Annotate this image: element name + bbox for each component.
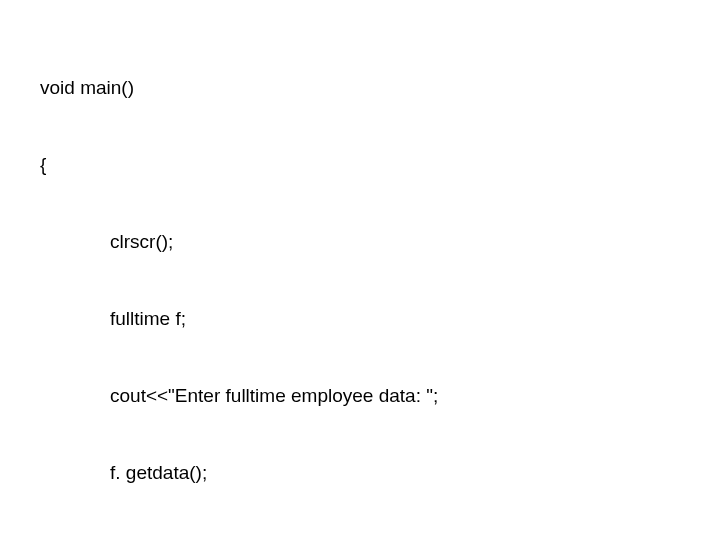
code-line: f. getdata(); bbox=[40, 460, 720, 486]
slide: void main() { clrscr(); fulltime f; cout… bbox=[0, 0, 720, 540]
code-line: { bbox=[40, 152, 720, 178]
code-line: cout<<"Enter fulltime employee data: "; bbox=[40, 383, 720, 409]
code-line: clrscr(); bbox=[40, 229, 720, 255]
code-line: void main() bbox=[40, 75, 720, 101]
code-line: fulltime f; bbox=[40, 306, 720, 332]
code-block: void main() { clrscr(); fulltime f; cout… bbox=[40, 24, 720, 540]
